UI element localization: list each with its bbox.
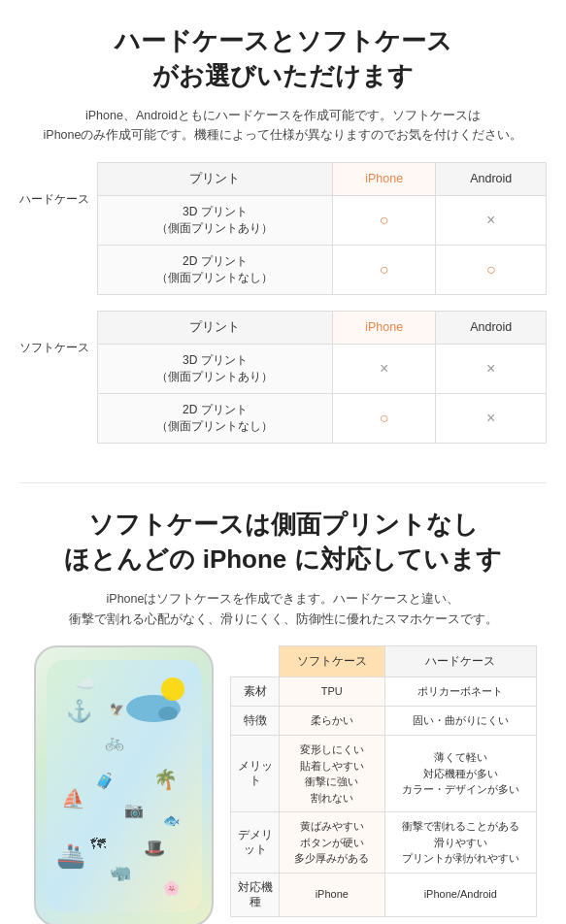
phone-svg: ⚓ 🚲 ⛵ 🌴 🚢 📷 🎩 🧳	[47, 660, 202, 912]
svg-text:🎩: 🎩	[144, 838, 166, 859]
comp-table: ソフトケース ハードケース 素材 TPU ポリカーボネート 特徴 柔らかい 固い…	[230, 645, 537, 917]
print-type-cell: 2D プリント（側面プリントなし）	[98, 245, 333, 294]
table-row: 対応機種 iPhone iPhone/Android	[231, 873, 537, 916]
hard-material: ポリカーボネート	[384, 677, 536, 707]
soft-demerit: 黄ばみやすいボタンが硬い多少厚みがある	[280, 812, 385, 874]
hard-iphone-3d: ○	[332, 195, 436, 245]
row-label-device: 対応機種	[231, 873, 280, 916]
soft-iphone-3d: ×	[332, 344, 436, 393]
comp-table-side: ソフトケース ハードケース 素材 TPU ポリカーボネート 特徴 柔らかい 固い…	[230, 645, 537, 924]
row-label-feature: 特徴	[231, 707, 280, 736]
soft-case-table: プリント iPhone Android 3D プリント（側面プリントあり） × …	[97, 311, 547, 444]
soft-device: iPhone	[280, 873, 385, 916]
hard-feature: 固い・曲がりにくい	[384, 707, 536, 736]
soft-android-2d: ×	[436, 393, 547, 443]
row-label-merit: メリット	[231, 736, 280, 812]
hard-case-table-container: ハードケース プリント iPhone Android 3D プリント（側面プリン…	[19, 162, 547, 295]
table-row: メリット 変形しにくい貼着しやすい衝撃に強い割れない 薄くて軽い対応機種が多いカ…	[231, 736, 537, 812]
soft-case-label: ソフトケース	[19, 311, 97, 356]
soft-android-3d: ×	[436, 344, 547, 393]
print-type-cell: 3D プリント（側面プリントあり）	[98, 344, 333, 393]
section1-title: ハードケースとソフトケースがお選びいただけます	[19, 23, 547, 94]
svg-text:🗺: 🗺	[90, 836, 106, 852]
hard-iphone-2d: ○	[332, 245, 436, 294]
svg-text:🦅: 🦅	[110, 702, 124, 716]
svg-point-3	[161, 677, 184, 701]
table-row: 2D プリント（側面プリントなし） ○ ×	[98, 393, 547, 443]
svg-text:🧳: 🧳	[95, 772, 115, 790]
section2-title: ソフトケースは側面プリントなしほとんどの iPhone に対応しています	[19, 507, 547, 578]
table-row: 特徴 柔らかい 固い・曲がりにくい	[231, 707, 537, 736]
col-header-iphone1: iPhone	[332, 162, 436, 195]
table-row: 2D プリント（側面プリントなし） ○ ○	[98, 245, 547, 294]
svg-point-2	[158, 707, 178, 720]
hard-android-3d: ×	[436, 195, 547, 245]
svg-text:🚢: 🚢	[56, 842, 85, 870]
soft-iphone-2d: ○	[332, 393, 436, 443]
comp-col-soft: ソフトケース	[280, 646, 385, 677]
section-divider	[19, 482, 547, 483]
col-header-android1: Android	[436, 162, 547, 195]
phone-side: 透過ではないイラストは背景色もプリント	[29, 645, 218, 924]
col-header-print2: プリント	[98, 311, 333, 344]
soft-feature: 柔らかい	[280, 707, 385, 736]
table-row: 素材 TPU ポリカーボネート	[231, 677, 537, 707]
hard-demerit: 衝撃で割れることがある滑りやすいプリントが剥がれやすい	[384, 812, 536, 874]
soft-material: TPU	[280, 677, 385, 707]
svg-text:🦏: 🦏	[110, 862, 132, 883]
svg-text:🐟: 🐟	[163, 812, 181, 829]
section2-description: iPhoneはソフトケースを作成できます。ハードケースと違い、 衝撃で割れる心配…	[19, 589, 547, 631]
hard-merit: 薄くて軽い対応機種が多いカラー・デザインが多い	[384, 736, 536, 812]
row-label-material: 素材	[231, 677, 280, 707]
col-header-android2: Android	[436, 311, 547, 344]
soft-merit: 変形しにくい貼着しやすい衝撃に強い割れない	[280, 736, 385, 812]
hard-case-label: ハードケース	[19, 162, 97, 208]
svg-text:📷: 📷	[124, 801, 144, 819]
hard-case-table: プリント iPhone Android 3D プリント（側面プリントあり） ○ …	[97, 162, 547, 295]
svg-text:☁️: ☁️	[76, 675, 95, 693]
table-row: 3D プリント（側面プリントあり） ○ ×	[98, 195, 547, 245]
section1: ハードケースとソフトケースがお選びいただけます iPhone、Androidとも…	[0, 0, 566, 478]
comp-col-hard: ハードケース	[384, 646, 536, 677]
table-row: 3D プリント（側面プリントあり） × ×	[98, 344, 547, 393]
hard-device: iPhone/Android	[384, 873, 536, 916]
phone-image: ⚓ 🚲 ⛵ 🌴 🚢 📷 🎩 🧳	[34, 645, 214, 924]
section1-description: iPhone、Androidともにハードケースを作成可能です。ソフトケースは i…	[19, 106, 547, 145]
svg-text:⛵: ⛵	[61, 787, 85, 810]
hard-android-2d: ○	[436, 245, 547, 294]
col-header-print: プリント	[98, 162, 333, 195]
soft-case-table-container: ソフトケース プリント iPhone Android 3D プリント（側面プリン…	[19, 311, 547, 444]
print-type-cell: 3D プリント（側面プリントあり）	[98, 195, 333, 245]
col-header-iphone2: iPhone	[332, 311, 436, 344]
svg-text:🚲: 🚲	[105, 733, 124, 751]
row-label-demerit: デメリット	[231, 812, 280, 874]
svg-text:🌴: 🌴	[153, 768, 178, 791]
print-type-cell: 2D プリント（側面プリントなし）	[98, 393, 333, 443]
section2: ソフトケースは側面プリントなしほとんどの iPhone に対応しています iPh…	[0, 487, 566, 924]
comparison-area: 透過ではないイラストは背景色もプリント	[19, 645, 547, 924]
svg-text:🌸: 🌸	[163, 880, 181, 897]
svg-text:⚓: ⚓	[66, 698, 93, 724]
table-row: デメリット 黄ばみやすいボタンが硬い多少厚みがある 衝撃で割れることがある滑りや…	[231, 812, 537, 874]
